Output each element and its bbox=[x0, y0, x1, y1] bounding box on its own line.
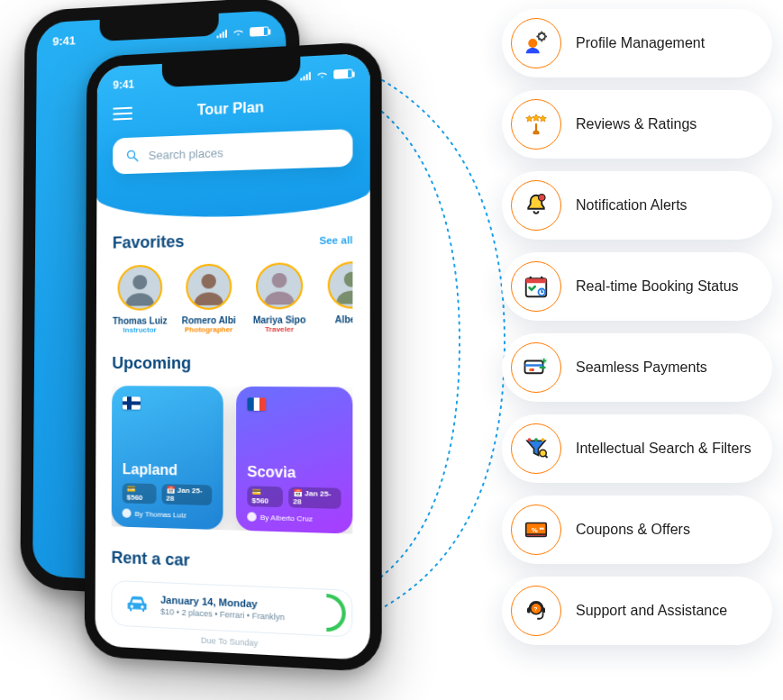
status-time: 9:41 bbox=[113, 78, 134, 92]
status-icons bbox=[300, 67, 352, 82]
battery-icon bbox=[333, 68, 352, 78]
svg-line-1 bbox=[134, 158, 138, 161]
wifi-icon bbox=[232, 27, 245, 37]
svg-point-8 bbox=[539, 195, 546, 202]
svg-rect-30 bbox=[527, 607, 531, 613]
author-line: By Alberto Cruz bbox=[247, 512, 341, 523]
wifi-icon bbox=[315, 70, 329, 80]
feature-search-filters[interactable]: Intellectual Search & Filters bbox=[502, 414, 772, 483]
upcoming-card[interactable]: Lapland 💳 $560 📅 Jan 25-28 By Thomas Lui… bbox=[112, 386, 223, 530]
svg-point-21 bbox=[528, 438, 532, 441]
svg-text:?: ? bbox=[534, 605, 538, 612]
favorite-name: Romero Albi bbox=[182, 315, 236, 326]
feature-label: Intellectual Search & Filters bbox=[576, 440, 751, 458]
rent-card[interactable]: January 14, Monday $10 • 2 places • Ferr… bbox=[111, 580, 352, 638]
svg-point-5 bbox=[344, 272, 353, 287]
avatar bbox=[186, 263, 232, 310]
upcoming-card[interactable]: Scovia 💳 $560 📅 Jan 25-28 By Alberto Cru… bbox=[236, 386, 353, 534]
favorite-name: Mariya Sipo bbox=[253, 314, 306, 325]
favorite-item[interactable]: Mariya Sipo Traveler bbox=[250, 262, 309, 333]
star-icon bbox=[511, 99, 561, 150]
svg-point-28 bbox=[542, 528, 544, 531]
feature-label: Real-time Booking Status bbox=[576, 277, 739, 295]
feature-label: Seamless Payments bbox=[576, 359, 707, 377]
svg-point-17 bbox=[532, 368, 535, 372]
svg-point-11 bbox=[530, 277, 533, 279]
svg-point-3 bbox=[202, 274, 216, 289]
feature-booking-status[interactable]: Real-time Booking Status bbox=[502, 252, 772, 321]
search-input[interactable]: Search places bbox=[113, 129, 352, 174]
svg-line-20 bbox=[545, 456, 548, 459]
dates-badge: 📅 Jan 25-28 bbox=[288, 486, 341, 508]
dates-badge: 📅 Jan 25-28 bbox=[161, 484, 212, 505]
feature-profile-management[interactable]: Profile Management bbox=[502, 9, 772, 77]
favorites-heading: Favorites bbox=[113, 232, 185, 253]
svg-point-6 bbox=[528, 39, 537, 48]
status-time: 9:41 bbox=[52, 33, 76, 48]
favorite-name: Alberto bbox=[335, 314, 353, 325]
feature-label: Reviews & Ratings bbox=[576, 115, 697, 133]
profile-icon bbox=[511, 18, 561, 68]
price-badge: 💳 $560 bbox=[123, 483, 157, 504]
feature-label: Support and Assistance bbox=[576, 602, 727, 620]
phone-frame-front: 9:41 Tour Plan Search places Favorites bbox=[85, 41, 382, 673]
favorite-item[interactable]: Alberto bbox=[322, 261, 352, 333]
search-placeholder: Search places bbox=[149, 145, 223, 161]
svg-point-12 bbox=[541, 277, 543, 279]
car-icon bbox=[124, 591, 150, 618]
call-icon[interactable] bbox=[326, 594, 345, 632]
feature-label: Profile Management bbox=[576, 34, 705, 52]
svg-point-23 bbox=[542, 438, 545, 441]
favorite-item[interactable]: Thomas Luiz Instructor bbox=[112, 265, 168, 334]
feature-coupons-offers[interactable]: % Coupons & Offers bbox=[502, 495, 772, 564]
flag-icon bbox=[123, 396, 141, 409]
favorite-role: Photographer bbox=[185, 325, 232, 333]
feature-reviews-ratings[interactable]: Reviews & Ratings bbox=[502, 90, 772, 159]
feature-seamless-payments[interactable]: Seamless Payments bbox=[502, 333, 772, 402]
see-all-link[interactable]: See all bbox=[319, 234, 352, 246]
svg-rect-10 bbox=[526, 278, 547, 283]
destination-name: Scovia bbox=[247, 464, 341, 483]
signal-icon bbox=[217, 28, 227, 38]
svg-point-27 bbox=[540, 528, 542, 531]
svg-point-2 bbox=[132, 275, 147, 289]
signal-icon bbox=[300, 71, 311, 81]
payment-icon bbox=[511, 342, 561, 393]
page-title: Tour Plan bbox=[113, 95, 352, 123]
upcoming-heading: Upcoming bbox=[112, 354, 352, 374]
destination-name: Lapland bbox=[123, 461, 213, 479]
support-icon: ? bbox=[511, 586, 561, 636]
favorite-role: Instructor bbox=[123, 326, 157, 334]
bell-icon bbox=[511, 180, 561, 231]
svg-rect-15 bbox=[525, 364, 543, 367]
avatar bbox=[328, 261, 353, 309]
flag-icon bbox=[247, 397, 266, 411]
favorites-list: Thomas Luiz Instructor Romero Albi Photo… bbox=[112, 261, 352, 334]
battery-icon bbox=[250, 26, 269, 36]
feature-label: Notification Alerts bbox=[576, 196, 687, 214]
feature-label: Coupons & Offers bbox=[576, 521, 690, 539]
feature-list: Profile Management Reviews & Ratings Not… bbox=[502, 9, 772, 645]
price-badge: 💳 $560 bbox=[247, 486, 282, 507]
svg-point-4 bbox=[272, 273, 287, 288]
upcoming-list: Lapland 💳 $560 📅 Jan 25-28 By Thomas Lui… bbox=[112, 386, 353, 533]
feature-support-assistance[interactable]: ? Support and Assistance bbox=[502, 577, 772, 645]
calendar-icon bbox=[511, 261, 561, 312]
coupon-icon: % bbox=[511, 505, 561, 555]
avatar bbox=[117, 265, 162, 311]
feature-notification-alerts[interactable]: Notification Alerts bbox=[502, 171, 772, 240]
status-icons bbox=[217, 26, 269, 38]
filter-icon bbox=[511, 423, 561, 474]
rent-heading: Rent a car bbox=[112, 549, 353, 577]
favorite-role: Traveler bbox=[265, 325, 294, 333]
svg-point-22 bbox=[534, 438, 538, 441]
svg-text:%: % bbox=[532, 526, 538, 534]
author-line: By Thomas Luiz bbox=[123, 508, 213, 520]
avatar bbox=[256, 262, 303, 309]
search-icon bbox=[125, 148, 140, 163]
favorite-item[interactable]: Romero Albi Photographer bbox=[180, 263, 237, 333]
svg-rect-31 bbox=[542, 607, 545, 613]
favorite-name: Thomas Luiz bbox=[113, 315, 168, 325]
